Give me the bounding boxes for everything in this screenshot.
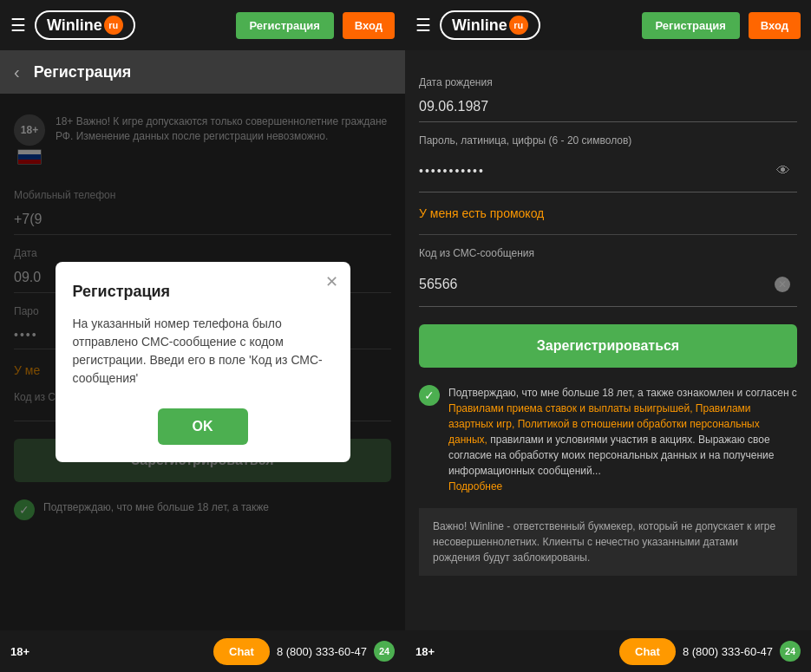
modal-close-button[interactable]: ✕ — [325, 272, 338, 291]
footer-age-right: 18+ — [415, 645, 435, 658]
password-value-right[interactable]: ••••••••••• — [419, 157, 783, 185]
badge-24-left: 24 — [374, 641, 395, 662]
sms-value-right[interactable]: 56566 — [419, 270, 782, 299]
logo-left[interactable]: Winline ru — [35, 10, 135, 40]
page-title-left: Регистрация — [34, 63, 132, 82]
footer-phone-right: 8 (800) 333-60-47 — [683, 645, 773, 658]
date-label-right: Дата рождения — [419, 76, 797, 88]
badge-24-right: 24 — [780, 641, 801, 662]
modal-title: Регистрация — [73, 283, 333, 301]
modal-text: На указанный номер телефона было отправл… — [73, 315, 333, 388]
footer-age-left: 18+ — [10, 645, 29, 658]
register-button-left[interactable]: Регистрация — [236, 12, 334, 39]
hamburger-icon[interactable]: ☰ — [10, 15, 26, 36]
checkbox-icon-right: ✓ — [419, 385, 440, 406]
hamburger-icon-right[interactable]: ☰ — [415, 15, 431, 36]
right-panel: ☰ Winline ru Регистрация Вход Дата рожде… — [405, 0, 811, 672]
eye-icon-right[interactable]: 👁 — [776, 163, 790, 179]
right-footer: 18+ Chat 8 (800) 333-60-47 24 — [405, 630, 811, 672]
right-header: ☰ Winline ru Регистрация Вход — [405, 0, 811, 50]
password-field-right: Пароль, латиница, цифры (6 - 20 символов… — [419, 134, 797, 192]
chat-button-left[interactable]: Chat — [213, 638, 270, 665]
register-button-right[interactable]: Регистрация — [642, 12, 740, 39]
modal-overlay: ✕ Регистрация На указанный номер телефон… — [0, 94, 405, 630]
left-panel: ☰ Winline ru Регистрация Вход ‹ Регистра… — [0, 0, 405, 672]
chat-button-right[interactable]: Chat — [619, 638, 676, 665]
modal-ok-button[interactable]: OK — [158, 408, 248, 445]
date-value-right[interactable]: 09.06.1987 — [419, 92, 797, 122]
left-content: 18+ 18+ Важно! К игре допускаются только… — [0, 94, 405, 630]
sms-label-right: Код из СМС-сообщения — [419, 247, 797, 259]
important-warning: Важно! Winline - ответственный букмекер,… — [419, 508, 797, 576]
checkbox-text-right: Подтверждаю, что мне больше 18 лет, а та… — [448, 385, 797, 494]
password-label-right: Пароль, латиница, цифры (6 - 20 символов… — [419, 134, 797, 147]
modal-dialog: ✕ Регистрация На указанный номер телефон… — [56, 262, 350, 462]
register-btn-right[interactable]: Зарегистрироваться — [419, 324, 797, 368]
login-button-right[interactable]: Вход — [749, 12, 801, 39]
date-field-right: Дата рождения 09.06.1987 — [419, 76, 797, 122]
logo-ru-left: ru — [104, 16, 123, 35]
logo-text-right: Winline — [452, 16, 507, 35]
link-rules[interactable]: Правилами приема ставок и выплаты выигры… — [448, 402, 692, 414]
sms-clear-right[interactable]: ✕ — [775, 277, 790, 292]
more-link[interactable]: Подробнее — [448, 480, 502, 493]
login-button-left[interactable]: Вход — [343, 12, 395, 39]
back-arrow-left[interactable]: ‹ — [14, 62, 20, 82]
footer-phone-left: 8 (800) 333-60-47 — [277, 645, 367, 658]
left-header: ☰ Winline ru Регистрация Вход — [0, 0, 405, 50]
sms-field-group-right: Код из СМС-сообщения 56566 ✕ — [419, 247, 797, 307]
promo-link-right[interactable]: У меня есть промокод — [419, 206, 797, 220]
right-content: Дата рождения 09.06.1987 Пароль, латиниц… — [405, 50, 811, 630]
logo-right[interactable]: Winline ru — [440, 10, 540, 40]
checkbox-row-right: ✓ Подтверждаю, что мне больше 18 лет, а … — [419, 385, 797, 494]
logo-text-left: Winline — [47, 16, 102, 35]
page-title-bar-left: ‹ Регистрация — [0, 50, 405, 94]
checkbox-suffix: правилами и условиями участия в акциях. … — [448, 434, 775, 477]
left-footer: 18+ Chat 8 (800) 333-60-47 24 — [0, 630, 405, 672]
checkbox-prefix: Подтверждаю, что мне больше 18 лет, а та… — [448, 387, 797, 399]
logo-ru-right: ru — [509, 16, 528, 35]
